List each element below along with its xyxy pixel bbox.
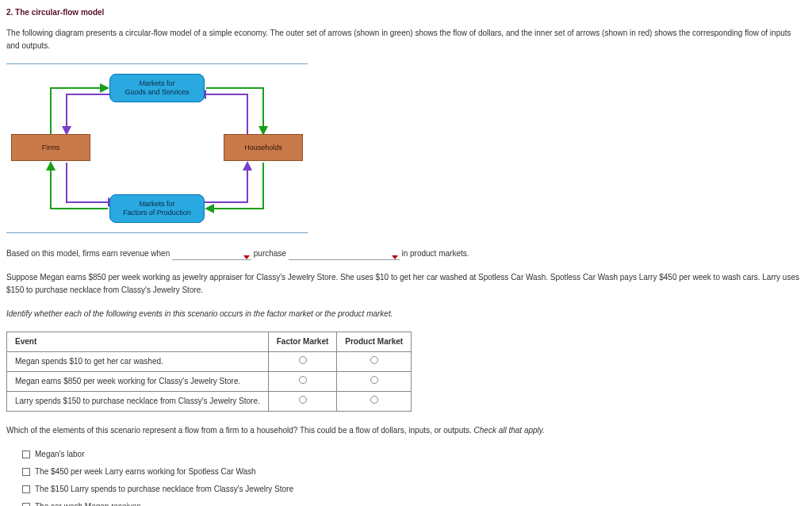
col-factor: Factor Market <box>268 332 337 352</box>
col-product: Product Market <box>337 332 412 352</box>
radio-product[interactable] <box>370 396 378 404</box>
node-firms: Firms <box>11 134 90 161</box>
checkbox-list: Megan's labor The $450 per week Larry ea… <box>22 448 806 506</box>
radio-factor[interactable] <box>299 376 307 384</box>
fill-pre: Based on this model, firms earn revenue … <box>6 249 172 258</box>
flow-q-text: Which of the elements of this scenario r… <box>6 426 474 435</box>
radio-factor[interactable] <box>299 356 307 364</box>
circular-flow-diagram: Markets for Goods and Services Markets f… <box>6 63 806 233</box>
event-cell: Larry spends $150 to purchase necklace f… <box>7 392 269 412</box>
dropdown-blank-2[interactable] <box>289 251 400 260</box>
identify-prompt: Identify whether each of the following e… <box>6 308 806 320</box>
table-header-row: Event Factor Market Product Market <box>7 332 412 352</box>
checkbox-label: The car wash Megan receives <box>35 500 140 506</box>
list-item: Megan's labor <box>22 448 806 461</box>
chevron-down-icon <box>243 255 250 259</box>
events-table: Event Factor Market Product Market Megan… <box>6 332 412 412</box>
node-households: Households <box>224 134 303 161</box>
diagram-rule-top <box>6 63 308 64</box>
checkbox-label: Megan's labor <box>35 448 85 461</box>
checkbox-label: The $150 Larry spends to purchase neckla… <box>35 483 293 496</box>
question-title: 2. The circular-flow model <box>6 6 806 19</box>
event-cell: Megan earns $850 per week working for Cl… <box>7 372 269 392</box>
dropdown-blank-1[interactable] <box>172 251 251 260</box>
checkbox[interactable] <box>22 450 30 458</box>
list-item: The car wash Megan receives <box>22 500 806 506</box>
flow-q-ital: Check all that apply. <box>474 426 545 435</box>
checkbox[interactable] <box>22 503 30 506</box>
checkbox-label: The $450 per week Larry earns working fo… <box>35 466 256 478</box>
diagram-canvas: Markets for Goods and Services Markets f… <box>6 69 308 228</box>
event-cell: Megan spends $10 to get her car washed. <box>7 352 269 372</box>
col-event: Event <box>7 332 269 352</box>
node-market-goods: Markets for Goods and Services <box>109 74 205 102</box>
table-row: Larry spends $150 to purchase necklace f… <box>7 392 412 412</box>
radio-product[interactable] <box>370 376 378 384</box>
fill-in-sentence: Based on this model, firms earn revenue … <box>6 247 806 260</box>
scenario-text: Suppose Megan earns $850 per week workin… <box>6 271 806 297</box>
fill-mid: purchase <box>254 249 289 258</box>
checkbox[interactable] <box>22 485 30 493</box>
table-row: Megan spends $10 to get her car washed. <box>7 352 412 372</box>
list-item: The $150 Larry spends to purchase neckla… <box>22 483 806 496</box>
radio-factor[interactable] <box>299 396 307 404</box>
radio-product[interactable] <box>370 356 378 364</box>
table-row: Megan earns $850 per week working for Cl… <box>7 372 412 392</box>
fill-post: in product markets. <box>401 249 469 258</box>
flow-question: Which of the elements of this scenario r… <box>6 424 806 437</box>
node-market-factors: Markets for Factors of Production <box>109 194 205 223</box>
intro-text: The following diagram presents a circula… <box>6 27 806 52</box>
diagram-rule-bottom <box>6 232 308 233</box>
list-item: The $450 per week Larry earns working fo… <box>22 466 806 478</box>
checkbox[interactable] <box>22 468 30 476</box>
chevron-down-icon <box>392 255 398 259</box>
